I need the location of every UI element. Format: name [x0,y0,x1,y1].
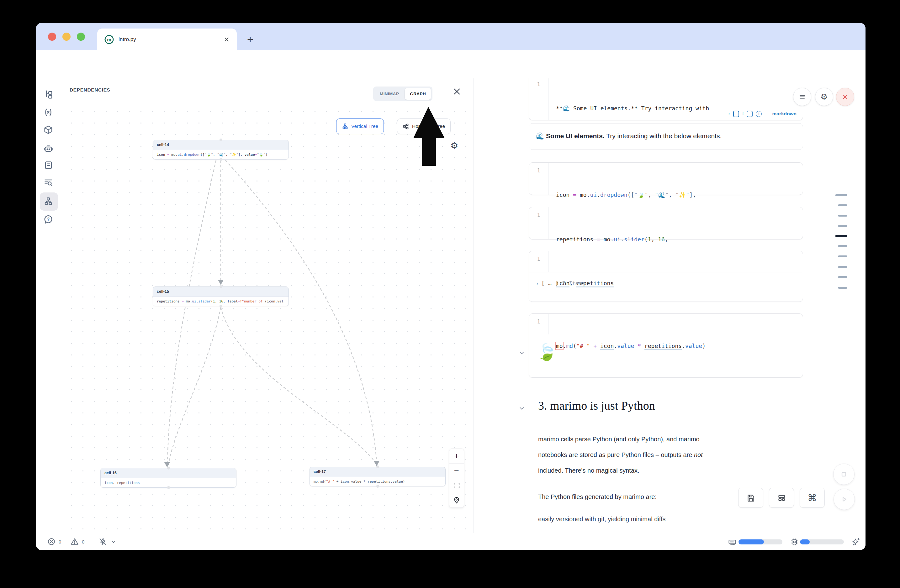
dependencies-panel-header: DEPENDENCIES MINIMAP GRAPH [63,78,473,105]
notebook-menu-button[interactable] [793,88,811,106]
language-badge[interactable]: markdown [772,111,796,117]
close-panel-icon[interactable] [453,87,461,96]
leaf-output: 🍃 [537,343,557,362]
stop-execution-button[interactable] [833,464,855,485]
graph-node-cell-17[interactable]: cell-17 mo.md("# " + icon.value * repeti… [309,467,445,486]
cell-position-marker[interactable] [838,276,847,278]
paragraph-line: notebooks are stored as pure Python file… [538,451,703,458]
node-title: cell-14 [153,140,289,150]
horizontal-tree-button[interactable]: Horizontal Tree [397,119,451,134]
tab-close-icon[interactable] [223,36,230,43]
view-toggle: MINIMAP GRAPH [373,87,433,101]
cell-position-marker[interactable] [838,225,847,227]
code-editor[interactable]: icon, repetitions [556,254,799,312]
zoom-out-button[interactable]: − [449,464,464,478]
run-cells-button[interactable] [833,489,855,510]
node-port [219,305,222,308]
clipped-paragraph: easily versioned with git, yielding mini… [538,515,795,523]
sidebar-item-help[interactable]: ? [43,215,53,224]
cell-divider [529,272,803,272]
reactive-checkbox[interactable] [733,111,739,117]
section-heading: 3. marimo is just Python [538,399,655,413]
sidebar-item-scratchpad[interactable] [43,161,53,170]
browser-window: m intro.py + localhost:2718 [36,23,866,550]
notebook-settings-button[interactable]: ⚙ [815,88,833,106]
cell-position-marker[interactable] [838,266,847,268]
fit-view-icon[interactable] [449,478,464,493]
vertical-tree-icon [342,123,348,130]
graph-node-cell-14[interactable]: cell-14 icon = mo.ui.dropdown(["🍃", "🌊",… [153,140,289,159]
markdown-output: 🌊 Some UI elements. Try interacting with… [529,123,803,150]
cell-position-marker[interactable] [838,255,847,257]
list-output[interactable]: › [ … ] 2 Items [536,280,585,286]
node-title: cell-16 [101,468,236,478]
gear-icon: ⚙ [820,92,827,102]
code-editor[interactable]: mo.md("# " + icon.value * repetitions.va… [556,317,799,375]
section-chevron-icon[interactable] [518,405,525,413]
cell-position-marker[interactable] [838,287,847,289]
format-checkbox[interactable] [746,111,753,117]
cell-position-marker[interactable] [838,215,847,217]
sidebar-item-logs[interactable] [43,178,53,187]
code-cell-dropdown[interactable]: 1 icon = mo.ui.dropdown(["🍃", "🌊", "✨"],… [529,162,803,195]
sidebar-item-dependencies[interactable] [43,197,53,206]
locate-node-icon[interactable] [449,493,464,508]
minimap-toggle-button[interactable]: MINIMAP [375,88,404,100]
keyboard-shortcuts-button[interactable]: ⌘ [800,488,825,508]
sidebar-item-packages[interactable] [43,125,53,135]
output-emoji: 🌊 [536,132,544,139]
line-number: 1 [529,78,548,120]
line-number: 1 [529,314,548,334]
dependency-graph-canvas[interactable]: cell-14 icon = mo.ui.dropdown(["🍃", "🌊",… [63,104,473,533]
code-cell-md[interactable]: 1 mo.md("# " + icon.value * repetitions.… [529,313,803,378]
traffic-light-maximize[interactable] [77,32,85,41]
zoom-in-button[interactable]: + [449,449,464,464]
graph-settings-gear-icon[interactable]: ⚙ [450,141,458,150]
code-cell-slider[interactable]: 1 repetitions = mo.ui.slider(1, 16, labe… [529,207,803,240]
command-icon: ⌘ [807,492,817,503]
sidebar-item-variables[interactable] [43,107,53,117]
memory-icon [728,537,737,548]
sidebar-item-file-tree[interactable] [43,89,53,99]
layout-toggle-button[interactable] [769,488,794,508]
vertical-tree-button[interactable]: Vertical Tree [336,119,384,134]
traffic-light-minimize[interactable] [62,32,71,41]
output-bold-text: Some UI elements. [546,132,605,139]
markdown-source-cell[interactable]: 1 **🌊 Some UI elements.** Try interactin… [529,78,803,120]
node-port [376,485,379,488]
save-file-button[interactable] [738,488,763,508]
cell-divider [529,108,803,108]
node-port [219,285,222,288]
app-sidebar: ? [36,78,63,550]
sidebar-item-ai-assistant[interactable] [43,144,53,153]
shutdown-button[interactable] [836,88,854,106]
node-title: cell-17 [310,467,445,477]
cpu-icon [790,537,799,548]
line-number: 1 [529,251,548,272]
warnings-icon[interactable] [71,537,79,547]
collapse-chevron-icon[interactable] [518,350,525,357]
ai-sparkle-icon[interactable] [851,537,860,548]
new-tab-button[interactable]: + [242,30,259,48]
node-port [167,486,170,489]
cell-info-icon[interactable]: i [756,111,762,117]
cell-position-marker-active[interactable] [835,235,847,237]
autorun-disabled-icon[interactable] [99,537,107,547]
browser-tab[interactable]: m intro.py [97,28,237,50]
cell-position-marker[interactable] [835,194,847,196]
marimo-logo-icon: m [104,34,114,45]
reactive-toggle-label: r [728,111,730,117]
errors-icon[interactable] [47,537,56,547]
graph-zoom-controls: + − [449,449,464,508]
graph-toggle-button[interactable]: GRAPH [405,88,431,100]
graph-node-cell-16[interactable]: cell-16 icon, repetitions [100,468,236,488]
notebook-panel: 1 **🌊 Some UI elements.** Try interactin… [473,78,866,533]
graph-node-cell-15[interactable]: cell-15 repetitions = mo.ui.slider(1, 16… [153,286,289,306]
code-cell-expression[interactable]: 1 icon, repetitions › [ … ] 2 Items [529,251,803,302]
node-port [219,139,222,141]
cell-divider [529,335,803,335]
cell-position-marker[interactable] [838,204,847,206]
traffic-light-close[interactable] [48,32,56,41]
cell-position-marker[interactable] [838,245,847,247]
chevron-down-icon[interactable] [111,539,116,546]
